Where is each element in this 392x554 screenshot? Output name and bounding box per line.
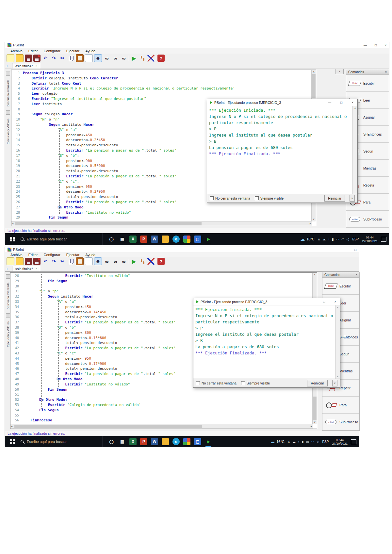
tray-icon-volume[interactable]: ◁ — [317, 440, 319, 444]
weather-widget[interactable]: ☁ 16°C — [300, 236, 315, 242]
toolbar-icon-run[interactable]: ▶ — [130, 55, 138, 62]
maximize-icon[interactable]: □ — [323, 300, 325, 303]
panel-toggle-icon[interactable] — [6, 72, 10, 76]
tray-icon-cloud[interactable]: ☁ — [322, 237, 326, 241]
toolbar-icon-find-prev[interactable]: ∞ — [112, 55, 119, 62]
minimize-icon[interactable]: — — [328, 101, 331, 104]
checkbox-icon[interactable] — [241, 381, 245, 385]
menu-item[interactable]: Ayuda — [82, 253, 98, 257]
scroll-thumb[interactable] — [14, 425, 202, 428]
scroll-left-icon[interactable]: ◂ — [12, 221, 13, 226]
panel-toggle-icon[interactable] — [6, 110, 10, 115]
tray-icon-chevron-up[interactable]: ∧ — [318, 237, 320, 241]
toolbar-icon-separator-2[interactable] — [156, 259, 156, 264]
toolbar-icon-undo[interactable]: ↶ — [42, 258, 49, 265]
tab-sin-titulo[interactable]: <sin titulo>* × — [12, 63, 40, 69]
close-icon[interactable]: × — [384, 43, 386, 47]
toolbar-icon-run-flowchart[interactable] — [147, 258, 155, 265]
toolbar-icon-step-run[interactable] — [139, 258, 146, 265]
restart-button[interactable]: Reiniciar — [307, 380, 328, 386]
close-icon[interactable]: × — [385, 70, 387, 73]
toolbar-icon-new-file[interactable] — [7, 54, 14, 62]
taskbar-clock[interactable]: 08:44 27/10/2021 — [332, 438, 348, 445]
console-scrollbar[interactable]: ∧ — [352, 106, 357, 194]
console-scrollbar[interactable]: ∧ ∨ — [335, 305, 340, 379]
toolbar-icon-save-as[interactable] — [33, 258, 41, 265]
taskbar-app-colorful-app[interactable] — [183, 438, 190, 445]
tab-sin-titulo[interactable]: <sin titulo>* × — [12, 266, 40, 271]
menu-item[interactable]: Editar — [25, 49, 41, 53]
maximize-icon[interactable]: □ — [340, 101, 342, 104]
side-tab-ejecucion[interactable]: Ejecución y Valores — [7, 119, 10, 144]
taskbar-app-file-explorer[interactable] — [162, 438, 169, 445]
menu-item[interactable]: Archivo — [8, 49, 25, 53]
toolbar-icon-undo[interactable]: ↶ — [42, 55, 49, 62]
always-visible-option[interactable]: Siempre visible — [255, 196, 284, 200]
side-tab-busqueda[interactable]: Búsqueda avanzada — [7, 80, 10, 106]
language-indicator[interactable]: ESP — [322, 440, 329, 444]
toolbar-icon-copy[interactable] — [67, 55, 74, 62]
tray-icon-cloud[interactable]: ☁ — [292, 440, 296, 444]
taskbar-app-powerpoint[interactable]: P — [140, 236, 147, 243]
tray-icon-volume[interactable]: ◁ — [347, 237, 349, 241]
menu-item[interactable]: Configurar — [41, 253, 63, 257]
taskbar-app-pseint-running[interactable]: ▶ — [205, 438, 212, 445]
taskbar-app-task-view[interactable]: ▦ — [119, 236, 126, 243]
tray-icon-chevron-up[interactable]: ∧ — [288, 440, 290, 444]
toolbar-icon-find[interactable]: ∞ — [103, 55, 110, 62]
toolbar-icon-separator-2[interactable] — [156, 56, 156, 61]
no-close-option[interactable]: No cerrar esta ventana — [210, 196, 250, 200]
checkbox-icon[interactable] — [255, 196, 259, 200]
toolbar-icon-paste[interactable] — [76, 257, 84, 265]
menu-item[interactable]: Ejecutar — [63, 253, 82, 257]
checkbox-icon[interactable] — [210, 196, 214, 200]
tray-icon-arrow-up[interactable]: ↑ — [328, 237, 330, 241]
minimize-icon[interactable]: — — [364, 43, 367, 47]
side-tab-busqueda[interactable]: Búsqueda avanzada — [7, 283, 10, 309]
toolbar-icon-copy[interactable] — [67, 258, 74, 265]
scroll-thumb[interactable] — [312, 74, 316, 98]
taskbar-app-cortana[interactable]: ◯ — [108, 438, 115, 445]
editor-hscrollbar[interactable]: ◂ ▸ — [11, 221, 312, 226]
toolbar-icon-save-file[interactable] — [25, 55, 32, 62]
restart-button[interactable]: Reiniciar — [324, 195, 345, 202]
maximize-icon[interactable]: □ — [375, 43, 377, 47]
toolbar-icon-run-flowchart[interactable] — [147, 55, 155, 62]
menu-item[interactable]: Ayuda — [82, 49, 98, 53]
taskbar-app-edge[interactable]: e — [172, 236, 180, 243]
toolbar-icon-paste[interactable] — [76, 54, 84, 62]
toolbar-icon-new-file[interactable] — [7, 257, 14, 265]
footer-chevron-icon[interactable]: ∨ — [350, 195, 355, 202]
tray-icon-battery[interactable]: ▮ — [302, 440, 304, 444]
tray-icon-battery[interactable]: ▮ — [332, 237, 334, 241]
toolbar-icon-open-file[interactable] — [16, 257, 24, 265]
scroll-down-icon[interactable]: ∨ — [312, 218, 316, 221]
taskbar-app-powerpoint[interactable]: P — [140, 438, 147, 445]
menu-item[interactable]: Configurar — [41, 49, 63, 53]
menu-item[interactable]: Ejecutar — [63, 49, 82, 53]
close-icon[interactable]: × — [351, 101, 353, 104]
toolbar-icon-flowchart-view[interactable]: ◉ — [94, 257, 102, 265]
tray-icon-wifi[interactable]: ◠ — [311, 440, 314, 444]
toolbar-icon-redo[interactable]: ↷ — [50, 55, 57, 62]
taskbar-app-word[interactable]: W — [151, 438, 158, 445]
language-indicator[interactable]: ESP — [352, 237, 359, 241]
notification-center-icon[interactable] — [351, 439, 356, 444]
console-output[interactable]: *** Ejecución Iniciada. ***Ingrese N o P… — [193, 305, 340, 379]
scroll-up-icon[interactable]: ∧ — [313, 70, 315, 73]
toolbar-icon-find-next[interactable]: ∞ — [120, 258, 127, 265]
scroll-right-icon[interactable]: ▸ — [311, 424, 312, 429]
taskbar-app-excel[interactable]: X — [129, 438, 137, 445]
taskbar-app-pseint-running[interactable]: ▶ — [205, 236, 212, 243]
menu-item[interactable]: Editar — [25, 253, 41, 257]
tab-close-icon[interactable]: × — [36, 64, 37, 68]
taskbar-app-excel[interactable]: X — [129, 236, 137, 243]
scroll-thumb[interactable] — [15, 222, 202, 225]
panel-toggle-icon[interactable] — [6, 313, 10, 318]
panel-toggle-icon[interactable] — [6, 274, 10, 279]
weather-widget[interactable]: ☁ 16°C — [270, 439, 285, 444]
command-subproceso[interactable]: y=h(x)SubProceso — [322, 414, 359, 431]
toolbar-icon-step-run[interactable] — [139, 55, 146, 62]
no-close-option[interactable]: No cerrar esta ventana — [196, 381, 237, 385]
command-para[interactable]: Para — [322, 397, 359, 414]
